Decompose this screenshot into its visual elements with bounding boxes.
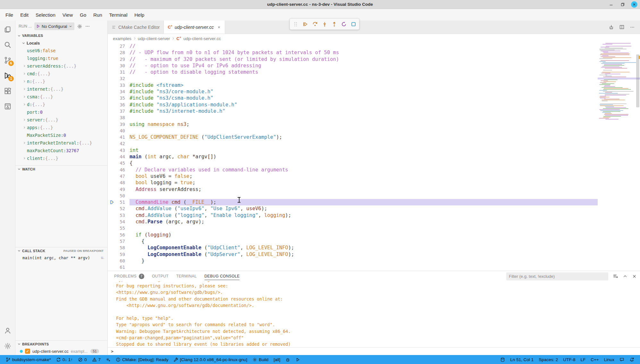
close-panel-icon[interactable] — [632, 274, 637, 279]
code-line[interactable]: 52 cmd.AddValue ("useIpv6", "Use Ipv6", … — [108, 205, 598, 212]
code-line[interactable]: 50 — [108, 193, 598, 199]
variable-row[interactable]: client: {...} — [15, 154, 107, 162]
breadcrumb-item[interactable]: examples — [113, 36, 131, 41]
status-git-branch[interactable]: buildsystem-cmake* — [3, 355, 54, 364]
code-line[interactable]: 41NS_LOG_COMPONENT_DEFINE ("UdpClientSer… — [108, 134, 598, 140]
close-tab-icon[interactable] — [217, 25, 221, 29]
more-actions-icon[interactable] — [85, 24, 90, 29]
status-cmake-debug-target[interactable] — [283, 355, 293, 364]
status-remote-indicator[interactable] — [498, 355, 508, 364]
variable-row[interactable]: apps: {...} — [15, 124, 107, 131]
activity-extensions[interactable] — [0, 83, 15, 99]
activity-cmake-tools[interactable] — [0, 99, 15, 114]
breakpoints-section-header[interactable]: BREAKPOINTS — [15, 340, 107, 347]
status-cmake-run-target[interactable] — [293, 355, 303, 364]
variable-row[interactable]: maxPacketCount: 32767 — [15, 147, 107, 154]
activity-search[interactable] — [0, 37, 15, 53]
status-cmake-kit[interactable]: [Clang 12.0.0 x86_64-pc-linux-gnu] — [171, 355, 250, 364]
status-cmake-debug[interactable] — [103, 355, 113, 364]
menu-go[interactable]: Go — [76, 12, 90, 18]
variable-row[interactable]: MaxPacketSize: 0 — [15, 131, 107, 139]
panel-tab-terminal[interactable]: TERMINAL — [176, 271, 197, 281]
console-filter-input[interactable] — [506, 272, 608, 280]
debug-step-out-button[interactable] — [330, 20, 338, 28]
menu-terminal[interactable]: Terminal — [106, 12, 131, 18]
code-line[interactable]: 36#include "ns3/applications-module.h" — [108, 102, 598, 108]
split-editor-icon[interactable] — [619, 24, 625, 30]
variable-row[interactable]: csma: {...} — [15, 93, 107, 101]
variable-row[interactable]: interPacketInterval: {...} — [15, 139, 107, 147]
code-line[interactable]: 29// - maximum of 320 packets sent (or l… — [108, 56, 598, 62]
menu-selection[interactable]: Selection — [32, 12, 59, 18]
code-line[interactable]: 43int — [108, 147, 598, 153]
code-line[interactable]: 59 LogComponentEnable ("UdpServer", LOG_… — [108, 251, 598, 258]
code-line[interactable]: 46 // Declare variables used in command-… — [108, 167, 598, 173]
debug-drag-grip-button[interactable] — [291, 20, 300, 28]
code-line[interactable]: 55 — [108, 225, 598, 231]
locals-group-header[interactable]: Locals — [15, 39, 107, 47]
status-language-mode[interactable]: C++ — [588, 355, 602, 364]
panel-tab-problems[interactable]: PROBLEMS7 — [114, 271, 144, 281]
menu-run[interactable]: Run — [90, 12, 106, 18]
menu-view[interactable]: View — [59, 12, 76, 18]
debug-settings-gear-icon[interactable] — [77, 24, 82, 29]
minimize-icon[interactable] — [608, 1, 614, 8]
debug-stop-button[interactable] — [349, 20, 358, 28]
status-feedback[interactable] — [617, 355, 627, 364]
activity-explorer[interactable] — [0, 22, 15, 37]
maximize-panel-icon[interactable] — [623, 274, 627, 279]
code-line[interactable]: 40 — [108, 128, 598, 134]
variable-row[interactable]: internet: {...} — [15, 85, 107, 93]
debug-step-into-button[interactable] — [320, 20, 329, 28]
code-line[interactable]: 37#include "ns3/internet-module.h" — [108, 108, 598, 114]
status-cursor-position[interactable]: Ln 51, Col 1 — [508, 355, 536, 364]
status-encoding[interactable]: UTF-8 — [560, 355, 578, 364]
code-line[interactable]: 33#include <fstream> — [108, 82, 598, 88]
code-line[interactable]: 49 Address serverAddress; — [108, 186, 598, 193]
tab-cmake-cache-editor[interactable]: CMake Cache Editor — [108, 21, 164, 34]
code-line[interactable]: 47 bool useV6 = false; — [108, 173, 598, 179]
code-line[interactable]: 31// - option to disable logging stateme… — [108, 69, 598, 75]
code-line[interactable]: 34#include "ns3/core-module.h" — [108, 88, 598, 95]
call-stack-section-header[interactable]: CALL STACK PAUSED ON BREAKPOINT — [15, 247, 107, 254]
tab-udp-client-server[interactable]: C+ udp-client-server.cc — [164, 21, 225, 34]
call-stack-frame[interactable]: main(int argc, char ** argv) u. — [15, 254, 107, 261]
variables-section-header[interactable]: VARIABLES — [15, 32, 107, 39]
variable-row[interactable]: n: {...} — [15, 78, 107, 85]
status-git-sync[interactable]: 0↓ 1↑ — [54, 355, 75, 364]
code-line[interactable]: 54 cmd.Parse (argc, argv); — [108, 219, 598, 225]
code-line[interactable]: 53 cmd.AddValue ("logging", "Enable logg… — [108, 212, 598, 219]
panel-tab-output[interactable]: OUTPUT — [152, 271, 169, 281]
debug-config-dropdown[interactable]: No Configural — [34, 22, 75, 30]
code-line[interactable]: 39using namespace ns3; — [108, 121, 598, 128]
code-line[interactable]: 44main (int argc, char *argv[]) — [108, 153, 598, 160]
variable-row[interactable]: d: {...} — [15, 101, 107, 108]
clear-console-icon[interactable] — [613, 274, 618, 279]
watch-section-header[interactable]: WATCH — [15, 165, 107, 172]
variable-row[interactable]: logging: true — [15, 54, 107, 62]
code-line[interactable]: 60 } — [108, 258, 598, 264]
code-line[interactable]: 58 LogComponentEnable ("UdpClient", LOG_… — [108, 244, 598, 251]
code-line[interactable]: 35#include "ns3/csma-module.h" — [108, 95, 598, 101]
code-line[interactable]: 45{ — [108, 160, 598, 166]
breakpoint-checkbox[interactable]: ✓ — [25, 349, 30, 354]
breadcrumb-item[interactable]: udp-client-server — [138, 36, 170, 41]
more-actions-icon[interactable] — [630, 25, 635, 30]
variable-row[interactable]: cmd: {...} — [15, 70, 107, 78]
status-notifications[interactable] — [627, 355, 637, 364]
activity-settings[interactable] — [0, 338, 15, 354]
debug-restart-button[interactable] — [340, 20, 348, 28]
code-line[interactable]: 28// - UDP flow from n0 to n1 of 1024 by… — [108, 49, 598, 56]
status-warnings[interactable]: 7 — [89, 355, 104, 364]
scrollbar-thumb[interactable] — [636, 54, 639, 107]
menu-edit[interactable]: Edit — [17, 12, 32, 18]
activity-accounts[interactable] — [0, 323, 15, 338]
debug-console-output[interactable]: Type "show configuration" for configurat… — [108, 281, 640, 347]
variable-row[interactable]: useV6: false — [15, 47, 107, 54]
code-line[interactable]: 57 { — [108, 238, 598, 244]
debug-step-over-button[interactable] — [311, 20, 319, 28]
code-line[interactable]: 30// - option to use IPv4 or IPv6 addres… — [108, 62, 598, 69]
code-line[interactable]: 42 — [108, 140, 598, 147]
status-eol[interactable]: LF — [578, 355, 588, 364]
code-line[interactable]: 56 if (logging) — [108, 232, 598, 238]
